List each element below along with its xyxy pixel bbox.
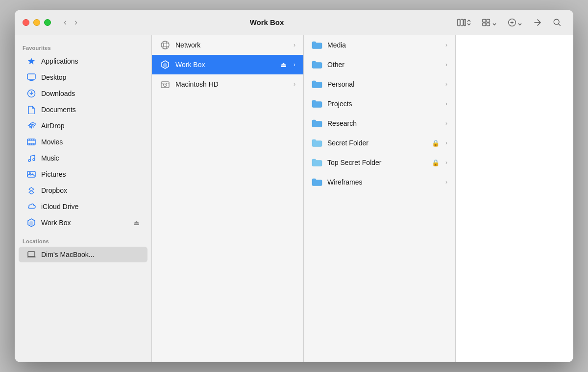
sidebar-item-macbook[interactable]: Dim's MacBook... <box>19 247 147 262</box>
col2-other[interactable]: Other › <box>304 55 455 74</box>
col2-research-label: Research <box>327 119 441 127</box>
sidebar: Favourites Applications <box>15 35 152 362</box>
wireframes-chevron-icon: › <box>445 179 447 186</box>
col1-macintosh-hd[interactable]: Macintosh HD › <box>152 74 303 94</box>
dropbox-icon <box>26 186 36 195</box>
col1-workbox-label: Work Box <box>175 61 275 69</box>
macintosh-chevron-icon: › <box>294 81 295 88</box>
finder-window: ‹ › Work Box <box>15 10 573 362</box>
sidebar-item-documents[interactable]: Documents <box>19 102 147 117</box>
media-chevron-icon: › <box>445 42 447 48</box>
projects-folder-icon <box>312 98 322 109</box>
col2-projects[interactable]: Projects › <box>304 94 455 114</box>
sidebar-item-icloud[interactable]: iCloud Drive <box>19 199 147 214</box>
col1-macintosh-label: Macintosh HD <box>175 80 289 88</box>
col1-network[interactable]: Network › <box>152 35 303 55</box>
maximize-button[interactable] <box>44 19 51 26</box>
col2-top-secret-label: Top Secret Folder <box>327 159 427 166</box>
svg-point-16 <box>28 160 30 162</box>
back-button[interactable]: ‹ <box>61 16 70 28</box>
svg-point-17 <box>33 159 35 161</box>
network-icon <box>160 40 171 50</box>
sidebar-item-downloads[interactable]: Downloads <box>19 86 147 101</box>
svg-rect-12 <box>29 81 34 82</box>
icloud-label: iCloud Drive <box>41 203 78 210</box>
top-secret-folder-icon <box>312 157 322 168</box>
svg-rect-6 <box>487 23 490 25</box>
columns-area: Network › Work Box ⏏ › <box>152 35 573 362</box>
column-2: Media › Other › <box>304 35 456 362</box>
col1-workbox[interactable]: Work Box ⏏ › <box>152 55 303 74</box>
forward-button[interactable]: › <box>72 16 80 28</box>
airdrop-icon <box>26 121 36 131</box>
media-folder-icon <box>312 40 322 50</box>
view-chevron-icon <box>492 19 497 26</box>
col2-wireframes[interactable]: Wireframes › <box>304 172 455 192</box>
dropbox-label: Dropbox <box>41 186 67 194</box>
top-secret-chevron-icon: › <box>445 159 447 166</box>
svg-rect-5 <box>483 23 486 25</box>
actions-button[interactable] <box>504 16 526 29</box>
music-label: Music <box>41 154 59 162</box>
applications-label: Applications <box>41 57 78 65</box>
workbox-col-icon <box>160 59 171 70</box>
content-area: Favourites Applications <box>15 35 573 362</box>
more-button[interactable] <box>529 16 546 29</box>
svg-rect-4 <box>487 19 490 22</box>
svg-rect-3 <box>483 19 486 22</box>
svg-rect-22 <box>28 252 35 256</box>
personal-chevron-icon: › <box>445 81 447 88</box>
columns-view-icon <box>457 18 466 27</box>
other-chevron-icon: › <box>445 61 447 68</box>
sidebar-item-movies[interactable]: Movies <box>19 134 147 150</box>
svg-point-8 <box>512 22 513 23</box>
pictures-icon <box>26 169 36 179</box>
workbox-eject-icon[interactable]: ⏏ <box>133 219 140 227</box>
col2-projects-label: Projects <box>327 100 441 108</box>
view-columns-button[interactable] <box>453 16 475 29</box>
view-options-button[interactable] <box>478 16 501 29</box>
column-3-preview <box>456 35 573 362</box>
titlebar: ‹ › Work Box <box>15 10 573 35</box>
toolbar-right <box>453 16 565 29</box>
locations-label: Locations <box>15 234 151 246</box>
movies-label: Movies <box>41 138 63 146</box>
svg-point-23 <box>161 41 169 49</box>
network-chevron-icon: › <box>294 42 295 48</box>
sidebar-item-workbox[interactable]: Work Box ⏏ <box>19 215 147 231</box>
sidebar-item-pictures[interactable]: Pictures <box>19 166 147 182</box>
more-icon <box>533 18 542 27</box>
col1-network-label: Network <box>175 41 289 49</box>
col2-top-secret-folder[interactable]: Top Secret Folder 🔒 › <box>304 153 455 172</box>
icloud-icon <box>26 202 36 211</box>
personal-folder-icon <box>312 79 322 90</box>
sidebar-item-applications[interactable]: Applications <box>19 53 147 69</box>
documents-label: Documents <box>41 106 76 114</box>
grid-view-icon <box>482 18 491 27</box>
chevron-updown-icon <box>466 19 471 26</box>
projects-chevron-icon: › <box>445 100 447 107</box>
minimize-button[interactable] <box>33 19 40 26</box>
col2-secret-folder[interactable]: Secret Folder 🔒 › <box>304 133 455 153</box>
col2-secret-label: Secret Folder <box>327 139 427 147</box>
sidebar-item-dropbox[interactable]: Dropbox <box>19 183 147 198</box>
col2-media[interactable]: Media › <box>304 35 455 55</box>
desktop-label: Desktop <box>41 73 66 81</box>
search-button[interactable] <box>549 16 565 29</box>
sidebar-item-desktop[interactable]: Desktop <box>19 70 147 85</box>
svg-rect-10 <box>27 74 35 79</box>
macintosh-hd-icon <box>160 79 171 90</box>
close-button[interactable] <box>23 19 29 26</box>
airdrop-label: AirDrop <box>41 122 64 130</box>
workbox-col-eject-icon[interactable]: ⏏ <box>280 61 287 69</box>
actions-circle-icon <box>508 18 516 27</box>
sidebar-item-music[interactable]: Music <box>19 150 147 166</box>
research-chevron-icon: › <box>445 120 447 127</box>
sidebar-item-airdrop[interactable]: AirDrop <box>19 118 147 134</box>
col2-personal[interactable]: Personal › <box>304 74 455 94</box>
col2-other-label: Other <box>327 61 441 69</box>
col2-research[interactable]: Research › <box>304 114 455 133</box>
workbox-col-chevron-icon: › <box>294 61 295 68</box>
actions-chevron-icon <box>517 19 522 26</box>
pictures-label: Pictures <box>41 170 66 178</box>
